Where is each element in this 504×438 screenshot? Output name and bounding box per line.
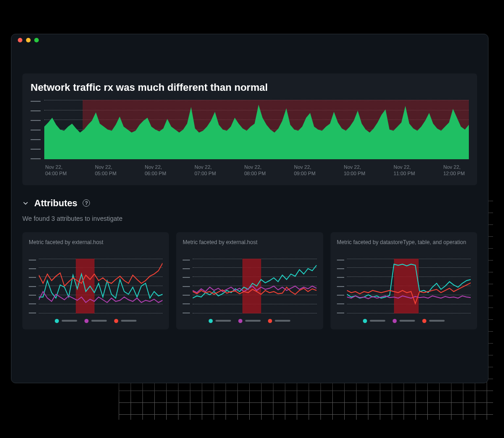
attribute-card[interactable]: Metric faceted by external.host: [176, 232, 323, 329]
x-axis-label: Nov 22,11:00 PM: [394, 164, 418, 177]
attribute-card[interactable]: Metric faceted by datastoreType, table, …: [331, 232, 477, 329]
x-axis-label: Nov 22,08:00 PM: [244, 164, 269, 177]
window-content: Network traffic rx was much different th…: [11, 46, 488, 340]
anomaly-panel: Network traffic rx was much different th…: [22, 73, 477, 185]
x-axis-label: Nov 22,10:00 PM: [344, 164, 368, 177]
legend-item[interactable]: [363, 319, 385, 323]
swatch-icon: [209, 319, 213, 323]
legend-item[interactable]: [55, 319, 77, 323]
close-icon[interactable]: [18, 38, 22, 42]
card-plot[interactable]: [193, 259, 316, 313]
swatch-icon: [84, 319, 89, 323]
legend-item[interactable]: [393, 319, 415, 323]
card-title: Metric faceted by datastoreType, table, …: [337, 239, 471, 253]
attributes-subtitle: We found 3 attributes to investigate: [22, 215, 477, 222]
anomaly-plot[interactable]: [44, 100, 469, 159]
swatch-icon: [238, 319, 242, 323]
legend-item[interactable]: [209, 319, 231, 323]
y-axis-ticks: [29, 259, 36, 313]
attributes-section: Attributes ? We found 3 attributes to in…: [22, 198, 477, 329]
legend: [29, 319, 163, 323]
legend-item[interactable]: [422, 319, 445, 323]
chevron-down-icon: [22, 200, 29, 206]
swatch-icon: [114, 319, 118, 323]
help-icon[interactable]: ?: [83, 199, 90, 207]
y-axis-ticks: [31, 100, 41, 159]
attribute-cards: Metric faceted by external.host: [22, 232, 477, 329]
legend-item[interactable]: [114, 319, 136, 323]
swatch-icon: [268, 319, 272, 323]
legend: [337, 319, 471, 323]
x-axis-label: Nov 22,07:00 PM: [194, 164, 219, 177]
app-window: Network traffic rx was much different th…: [11, 34, 488, 383]
swatch-icon: [422, 319, 426, 323]
y-axis-ticks: [183, 259, 190, 313]
attributes-header[interactable]: Attributes ?: [22, 198, 477, 209]
swatch-icon: [55, 319, 59, 323]
x-axis-label: Nov 22,05:00 PM: [95, 164, 120, 177]
swatch-icon: [393, 319, 397, 323]
y-axis-ticks: [337, 259, 344, 313]
legend-item[interactable]: [84, 319, 107, 323]
x-axis: Nov 22,04:00 PMNov 22,05:00 PMNov 22,06:…: [44, 164, 469, 177]
maximize-icon[interactable]: [34, 38, 39, 42]
anomaly-chart[interactable]: Nov 22,04:00 PMNov 22,05:00 PMNov 22,06:…: [31, 100, 469, 177]
x-axis-label: Nov 22,09:00 PM: [294, 164, 319, 177]
anomaly-title: Network traffic rx was much different th…: [31, 82, 469, 94]
legend-item[interactable]: [238, 319, 261, 323]
card-title: Metric faceted by external.host: [183, 239, 316, 253]
legend-item[interactable]: [268, 319, 290, 323]
minimize-icon[interactable]: [26, 38, 31, 42]
x-axis-label: Nov 22,04:00 PM: [45, 164, 70, 177]
x-axis-label: Nov 22,06:00 PM: [145, 164, 169, 177]
window-titlebar: [11, 34, 488, 46]
legend: [183, 319, 316, 323]
card-plot[interactable]: [39, 259, 163, 313]
card-title: Metric faceted by external.host: [29, 239, 163, 253]
card-plot[interactable]: [347, 259, 471, 313]
x-axis-label: Nov 22,12:00 PM: [443, 164, 468, 177]
attribute-card[interactable]: Metric faceted by external.host: [22, 232, 169, 329]
swatch-icon: [363, 319, 367, 323]
attributes-title: Attributes: [34, 198, 77, 209]
